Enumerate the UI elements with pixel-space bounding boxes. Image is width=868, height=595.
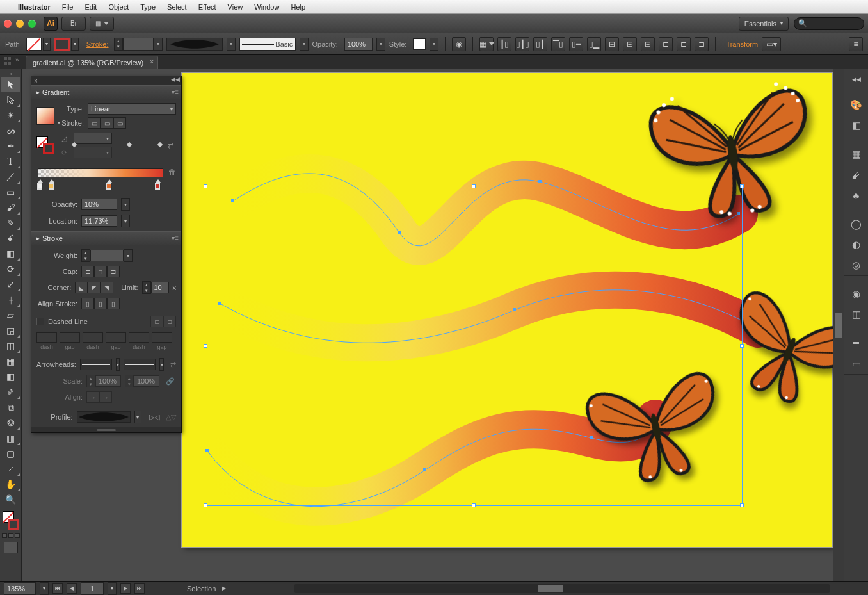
menu-type[interactable]: Type bbox=[140, 3, 156, 11]
transform-panel-button[interactable]: ▭▾ bbox=[762, 37, 781, 51]
align-hcenter-button[interactable]: ▯┃▯ bbox=[515, 37, 529, 51]
color-panel-icon[interactable]: 🎨 bbox=[849, 97, 864, 113]
align-stroke-buttons[interactable]: ▯▯▯ bbox=[81, 298, 120, 309]
fill-swatch[interactable] bbox=[26, 38, 42, 51]
collapse-panel-icon[interactable]: ◀◀ bbox=[171, 76, 180, 83]
dash-field[interactable] bbox=[36, 332, 57, 343]
swatches-panel-icon[interactable]: ▦ bbox=[849, 147, 864, 162]
arrowhead-start-menu[interactable]: ▾ bbox=[116, 358, 120, 371]
status-menu-icon[interactable]: ▶ bbox=[222, 585, 226, 591]
stop-location-field[interactable]: 11.73% bbox=[81, 215, 117, 227]
arrowhead-start[interactable] bbox=[80, 359, 112, 370]
line-tool[interactable]: ／ bbox=[1, 169, 20, 184]
align-vcenter-button[interactable]: ▯━ bbox=[569, 37, 583, 51]
stroke-panel-tab[interactable]: ▸ Stroke ▾≡ bbox=[31, 231, 181, 245]
artboards-panel-icon[interactable]: ▭ bbox=[849, 356, 864, 371]
gradient-tool[interactable]: ◧ bbox=[1, 369, 20, 384]
stop-location-menu[interactable]: ▾ bbox=[121, 215, 130, 227]
color-modes[interactable] bbox=[2, 533, 20, 538]
graphic-style-menu[interactable]: ▾ bbox=[430, 38, 438, 51]
brush-menu[interactable]: ▾ bbox=[300, 38, 309, 51]
stroke-panel-icon[interactable]: ◯ bbox=[849, 216, 864, 232]
color-guide-panel-icon[interactable]: ◧ bbox=[849, 118, 864, 133]
brushes-panel-icon[interactable]: 🖌 bbox=[849, 167, 864, 183]
close-panel-icon[interactable]: × bbox=[34, 77, 38, 85]
swap-arrowheads-icon[interactable]: ⇄ bbox=[170, 361, 176, 369]
minimize-icon[interactable] bbox=[16, 20, 24, 28]
stroke-proxy[interactable] bbox=[8, 519, 19, 530]
fill-swatch-group[interactable]: ▾ bbox=[26, 38, 51, 51]
selection-tool[interactable] bbox=[1, 77, 20, 92]
zoom-menu[interactable]: ▾ bbox=[40, 582, 49, 595]
gap-field[interactable] bbox=[60, 332, 80, 343]
search-input[interactable]: 🔍 bbox=[794, 17, 864, 30]
weight-field[interactable] bbox=[90, 250, 124, 261]
delete-stop-icon[interactable]: 🗑 bbox=[168, 168, 176, 177]
rectangle-tool[interactable]: ▭ bbox=[1, 184, 20, 200]
hand-tool[interactable]: ✋ bbox=[1, 477, 20, 492]
distribute-right-button[interactable]: ⊐ bbox=[695, 37, 709, 51]
close-tab-icon[interactable]: × bbox=[150, 58, 154, 65]
fill-stroke-proxy[interactable] bbox=[1, 510, 20, 532]
vertical-scrollbar[interactable] bbox=[833, 69, 844, 581]
panel-menu-icon[interactable]: ▾≡ bbox=[172, 88, 179, 95]
stop-opacity-menu[interactable]: ▾ bbox=[121, 198, 130, 211]
menu-app[interactable]: Illustrator bbox=[18, 3, 51, 11]
prev-artboard-button[interactable]: ◀ bbox=[67, 583, 77, 594]
stroke-swatch-menu[interactable]: ▾ bbox=[71, 38, 79, 51]
gradient-stroke-mode[interactable]: ▭▭▭ bbox=[88, 117, 126, 129]
opacity-field[interactable]: 100% bbox=[344, 38, 373, 51]
align-menu[interactable]: ▦ bbox=[479, 37, 494, 51]
menu-file[interactable]: File bbox=[62, 3, 74, 11]
menu-edit[interactable]: Edit bbox=[84, 3, 97, 11]
pen-tool[interactable]: ✒ bbox=[1, 138, 20, 154]
gradient-stops[interactable] bbox=[36, 183, 176, 192]
controlbar-menu-button[interactable]: ≡ bbox=[849, 37, 863, 51]
gradient-panel-icon[interactable]: ◐ bbox=[849, 237, 864, 252]
bridge-button[interactable]: Br bbox=[61, 17, 86, 31]
artboard-tool[interactable]: ▢ bbox=[1, 446, 20, 461]
variable-width-profile[interactable] bbox=[166, 38, 223, 51]
weight-stepper[interactable]: ▴▾▾ bbox=[81, 249, 133, 262]
width-profile-menu[interactable]: ▾ bbox=[134, 411, 141, 423]
mesh-tool[interactable]: ▦ bbox=[1, 354, 20, 369]
miter-limit-stepper[interactable]: ▴▾10 bbox=[142, 281, 169, 294]
dashed-line-checkbox[interactable] bbox=[36, 318, 44, 325]
stroke-weight-field[interactable] bbox=[123, 38, 154, 51]
flip-across-icon[interactable]: △▽ bbox=[166, 413, 176, 421]
align-bottom-button[interactable]: ▯▁ bbox=[587, 37, 601, 51]
brush-definition[interactable]: Basic bbox=[239, 38, 296, 51]
perspective-grid-tool[interactable]: ◫ bbox=[1, 338, 20, 354]
cap-buttons[interactable]: ⊏⊓⊐ bbox=[81, 266, 120, 277]
type-tool[interactable]: T bbox=[1, 154, 20, 169]
magic-wand-tool[interactable]: ✴ bbox=[1, 108, 20, 123]
artboard-number-field[interactable]: 1 bbox=[81, 582, 104, 595]
gradient-type-select[interactable]: Linear▾ bbox=[88, 103, 176, 115]
panel-grip[interactable]: × ◀◀ bbox=[31, 76, 181, 85]
paintbrush-tool[interactable]: 🖌 bbox=[1, 200, 20, 215]
arrowhead-end-menu[interactable]: ▾ bbox=[159, 358, 164, 371]
column-graph-tool[interactable]: ▥ bbox=[1, 430, 20, 446]
distribute-top-button[interactable]: ⊟ bbox=[605, 37, 619, 51]
menu-view[interactable]: View bbox=[228, 3, 243, 11]
panel-resize-grip[interactable] bbox=[31, 427, 181, 432]
arrowhead-end[interactable] bbox=[124, 359, 156, 370]
eraser-tool[interactable]: ◧ bbox=[1, 246, 20, 261]
width-tool[interactable]: ⟊ bbox=[1, 292, 20, 307]
layers-panel-icon[interactable]: ≣ bbox=[849, 336, 864, 351]
last-artboard-button[interactable]: ⏭ bbox=[134, 583, 145, 594]
menu-select[interactable]: Select bbox=[167, 3, 187, 11]
zoom-tool[interactable]: 🔍 bbox=[1, 492, 20, 507]
zoom-icon[interactable] bbox=[28, 20, 36, 28]
free-transform-tool[interactable]: ▱ bbox=[1, 307, 20, 323]
align-top-button[interactable]: ▔▯ bbox=[551, 37, 565, 51]
variable-width-profile-menu[interactable]: ▾ bbox=[227, 38, 236, 51]
screen-mode-button[interactable] bbox=[4, 542, 18, 553]
blob-brush-tool[interactable]: ꗃ bbox=[1, 231, 20, 246]
tools-collapse-icon[interactable]: « bbox=[0, 70, 21, 77]
flip-along-icon[interactable]: ▷◁ bbox=[149, 413, 159, 421]
transparency-panel-icon[interactable]: ◎ bbox=[849, 257, 864, 273]
lasso-tool[interactable]: ᔕ bbox=[1, 123, 20, 138]
stroke-weight-stepper[interactable]: ▴▾ ▾ bbox=[114, 38, 163, 51]
miter-limit-field[interactable]: 10 bbox=[151, 282, 169, 293]
